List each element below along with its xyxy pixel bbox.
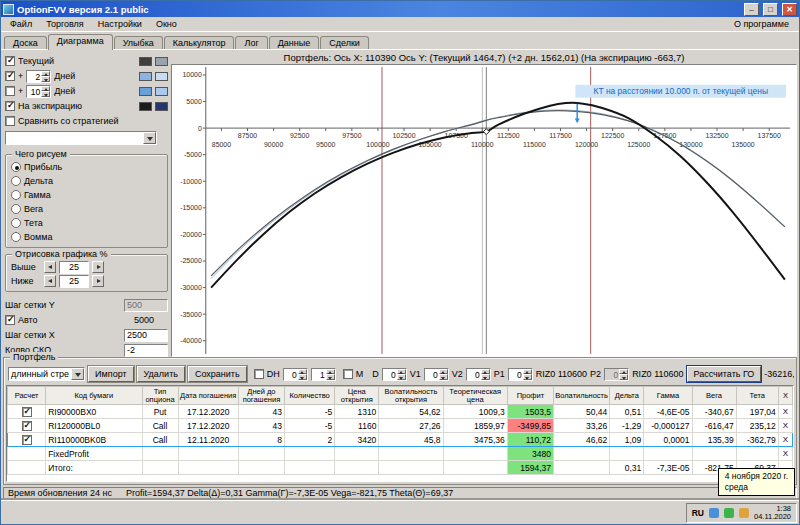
color-swatch[interactable] bbox=[139, 72, 152, 81]
table-row: RI110000BK0BCall12.11.202082342045,83475… bbox=[8, 433, 793, 447]
d-stepper[interactable]: 0 bbox=[382, 368, 407, 381]
cell-expiry bbox=[178, 447, 238, 461]
row-calc-checkbox[interactable] bbox=[22, 435, 32, 445]
spin-down-icon[interactable] bbox=[41, 91, 50, 97]
radio-button[interactable] bbox=[11, 176, 21, 186]
compare-strategy-combobox[interactable] bbox=[5, 131, 157, 145]
expiration-curve-checkbox[interactable] bbox=[5, 101, 15, 111]
color-swatch[interactable] bbox=[155, 72, 168, 81]
radio-button[interactable] bbox=[11, 190, 21, 200]
draw-option-row[interactable]: Вомма bbox=[11, 230, 162, 244]
cell-open_vol: 45,8 bbox=[379, 433, 443, 447]
tab-calculator[interactable]: Калькулятор bbox=[164, 36, 235, 50]
tab-deals[interactable]: Сделки bbox=[320, 36, 369, 50]
menu-about[interactable]: О программе bbox=[726, 18, 797, 30]
row-delete-button[interactable]: Х bbox=[778, 405, 792, 419]
radio-button[interactable] bbox=[11, 204, 21, 214]
close-button[interactable]: ✕ bbox=[782, 3, 797, 16]
tray-icon[interactable] bbox=[739, 508, 749, 518]
delete-button[interactable]: Удалить bbox=[137, 366, 185, 382]
maximize-button[interactable]: □ bbox=[763, 3, 778, 16]
tray-icon[interactable] bbox=[724, 508, 734, 518]
spin-down-icon[interactable] bbox=[326, 374, 335, 380]
curve-row-current: Текущий bbox=[5, 54, 168, 68]
spin-down-icon[interactable] bbox=[439, 374, 448, 380]
arrow-right-button[interactable] bbox=[92, 261, 104, 273]
cell-delta: 0,31 bbox=[610, 461, 644, 475]
calculate-margin-button[interactable]: Рассчитать ГО bbox=[687, 366, 762, 382]
cell-gamma: -7,3E-05 bbox=[644, 461, 692, 475]
dh-stepper-2[interactable]: 1 bbox=[311, 368, 336, 381]
language-indicator[interactable]: RU bbox=[692, 508, 704, 518]
grid-step-x-field[interactable]: 2500 bbox=[124, 329, 168, 342]
sko-count-field[interactable]: -2 bbox=[124, 344, 168, 357]
clock[interactable]: 1:38 04.11.2020 bbox=[754, 505, 791, 521]
color-swatch[interactable] bbox=[155, 102, 168, 111]
radio-button[interactable] bbox=[11, 162, 21, 172]
plus10-days-stepper[interactable]: 10 bbox=[26, 85, 51, 98]
p1-stepper[interactable]: 0 bbox=[508, 368, 533, 381]
spin-down-icon[interactable] bbox=[397, 374, 406, 380]
arrow-left-button[interactable] bbox=[44, 275, 56, 287]
x-tick-label: 135000 bbox=[731, 141, 754, 148]
import-button[interactable]: Импорт bbox=[88, 366, 133, 382]
tab-board[interactable]: Доска bbox=[4, 36, 47, 50]
draw-option-row[interactable]: Вега bbox=[11, 202, 162, 216]
arrow-left-button[interactable] bbox=[44, 261, 56, 273]
color-swatch[interactable] bbox=[155, 57, 168, 66]
compare-strategy-checkbox[interactable] bbox=[5, 116, 15, 126]
tooltip-line: среда bbox=[725, 482, 788, 493]
chevron-down-icon[interactable] bbox=[71, 368, 84, 380]
plus2-curve-checkbox[interactable] bbox=[5, 71, 15, 81]
current-curve-checkbox[interactable] bbox=[5, 56, 15, 66]
p1-instrument-code: RIZ0 110600 bbox=[536, 369, 587, 379]
tab-log[interactable]: Лог bbox=[235, 36, 267, 50]
spin-down-icon[interactable] bbox=[481, 374, 490, 380]
menu-file[interactable]: Файл bbox=[3, 18, 39, 30]
color-swatch[interactable] bbox=[139, 57, 152, 66]
m-checkbox[interactable] bbox=[343, 369, 353, 379]
color-swatch[interactable] bbox=[139, 87, 152, 96]
chevron-down-icon[interactable] bbox=[143, 132, 156, 144]
v2-stepper[interactable]: 0 bbox=[466, 368, 491, 381]
spin-down-icon[interactable] bbox=[41, 76, 50, 82]
minimize-button[interactable]: – bbox=[744, 3, 759, 16]
menu-trading[interactable]: Торговля bbox=[39, 18, 91, 30]
row-delete-button[interactable]: Х bbox=[778, 447, 792, 461]
draw-option-row[interactable]: Гамма bbox=[11, 188, 162, 202]
draw-option-row[interactable]: Прибыль bbox=[11, 160, 162, 174]
color-swatch[interactable] bbox=[139, 102, 152, 111]
row-delete-button[interactable]: Х bbox=[778, 419, 792, 433]
row-calc-checkbox[interactable] bbox=[22, 421, 32, 431]
dh-checkbox[interactable] bbox=[254, 369, 264, 379]
auto-grid-checkbox[interactable] bbox=[5, 315, 15, 325]
tab-data[interactable]: Данные bbox=[269, 36, 320, 50]
row-calc-checkbox[interactable] bbox=[22, 407, 32, 417]
draw-option-row[interactable]: Тета bbox=[11, 216, 162, 230]
below-percent-field[interactable]: 25 bbox=[59, 275, 89, 288]
draw-option-row[interactable]: Дельта bbox=[11, 174, 162, 188]
above-percent-field[interactable]: 25 bbox=[59, 261, 89, 274]
strategy-combobox[interactable]: длинный стре bbox=[8, 367, 85, 381]
group-title: Отрисовка графика % bbox=[12, 249, 111, 259]
chart-container[interactable]: 1000050000-5000-10000-15000-20000-25000-… bbox=[171, 64, 797, 357]
cell-open_vol: 27,26 bbox=[379, 419, 443, 433]
plus2-days-stepper[interactable]: 2 bbox=[26, 70, 51, 83]
tab-smile[interactable]: Улыбка bbox=[114, 36, 163, 50]
menu-window[interactable]: Окно bbox=[149, 18, 184, 30]
menu-settings[interactable]: Настройки bbox=[91, 18, 149, 30]
radio-button[interactable] bbox=[11, 218, 21, 228]
color-swatch[interactable] bbox=[155, 87, 168, 96]
row-delete-button[interactable]: Х bbox=[778, 433, 792, 447]
arrow-right-button[interactable] bbox=[92, 275, 104, 287]
tray-icon[interactable] bbox=[709, 508, 719, 518]
dh-stepper-1[interactable]: 0 bbox=[283, 368, 308, 381]
save-button[interactable]: Сохранить bbox=[188, 366, 247, 382]
radio-button[interactable] bbox=[11, 232, 21, 242]
v1-stepper[interactable]: 0 bbox=[424, 368, 449, 381]
plus10-curve-checkbox[interactable] bbox=[5, 86, 15, 96]
expiration-curve-label: На экспирацию bbox=[18, 101, 136, 111]
spin-down-icon[interactable] bbox=[298, 374, 307, 380]
tab-diagram[interactable]: Диаграмма bbox=[48, 34, 113, 50]
spin-down-icon[interactable] bbox=[523, 374, 532, 380]
